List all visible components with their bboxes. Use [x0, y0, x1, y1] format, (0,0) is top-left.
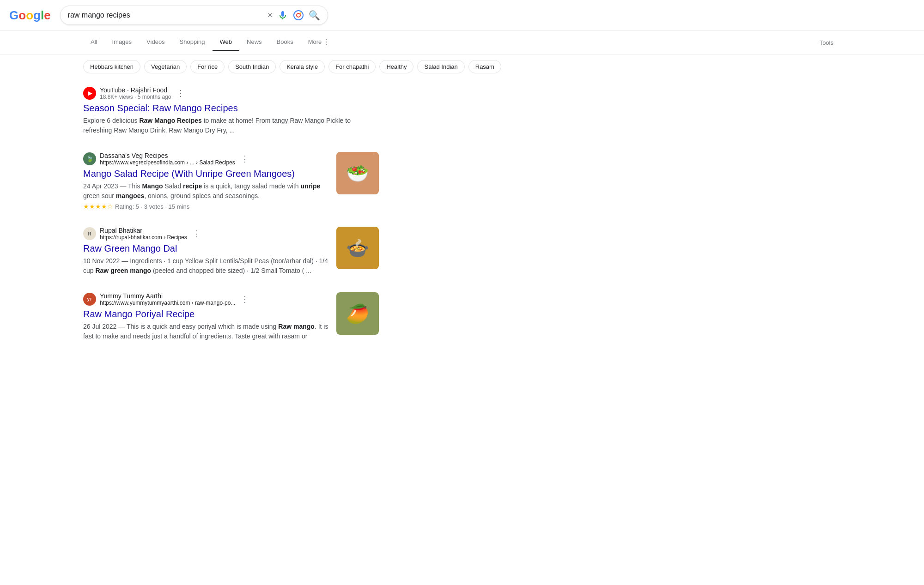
source-name: YouTube · Rajshri Food [100, 86, 171, 94]
result-item: R Rupal Bhatikar https://rupal-bhatikar.… [83, 223, 379, 276]
rating-details: Rating: 5 · 3 votes · 15 mins [115, 203, 189, 210]
result-text: R Rupal Bhatikar https://rupal-bhatikar.… [83, 227, 329, 276]
source-details: YouTube · Rajshri Food 18.8K+ views · 5 … [100, 86, 171, 100]
source-info: ▶ YouTube · Rajshri Food 18.8K+ views · … [83, 86, 379, 100]
source-info: yT Yummy Tummy Aarthi https://www.yummyt… [83, 292, 329, 306]
rupal-favicon: R [83, 227, 96, 240]
tab-news[interactable]: News [239, 34, 269, 51]
microphone-icon[interactable] [277, 10, 288, 21]
more-options-icon[interactable]: ⋮ [241, 294, 249, 304]
result-description: Explore 6 delicious Raw Mango Recipes to… [83, 116, 379, 135]
search-input[interactable] [68, 11, 263, 19]
result-description: 24 Apr 2023 — This Mango Salad recipe is… [83, 181, 329, 201]
tab-images[interactable]: Images [104, 34, 139, 51]
source-name: Rupal Bhatikar [100, 227, 187, 234]
result-item: ▶ YouTube · Rajshri Food 18.8K+ views · … [83, 83, 379, 135]
google-logo[interactable]: Google [9, 8, 51, 23]
more-options-icon[interactable]: ⋮ [176, 88, 185, 98]
chip-hebbars-kitchen[interactable]: Hebbars kitchen [83, 60, 140, 73]
search-bar[interactable]: × 🔍 [60, 6, 328, 25]
google-lens-icon[interactable] [293, 10, 304, 21]
result-title[interactable]: Raw Green Mango Dal [83, 242, 329, 254]
source-info: R Rupal Bhatikar https://rupal-bhatikar.… [83, 227, 329, 241]
result-thumbnail[interactable]: 🥗 [336, 152, 379, 194]
chip-vegetarian[interactable]: Vegetarian [144, 60, 187, 73]
dassana-favicon: 🍃 [83, 152, 96, 165]
source-name: Dassana's Veg Recipes [100, 152, 235, 159]
more-options-icon[interactable]: ⋮ [241, 154, 249, 164]
svg-point-1 [297, 13, 300, 17]
chip-rasam[interactable]: Rasam [468, 60, 501, 73]
source-meta: 18.8K+ views · 5 months ago [100, 94, 171, 100]
result-title[interactable]: Season Special: Raw Mango Recipes [83, 102, 379, 114]
rating: ★★★★☆ Rating: 5 · 3 votes · 15 mins [83, 203, 329, 210]
result-title[interactable]: Raw Mango Poriyal Recipe [83, 308, 329, 320]
svg-point-0 [294, 11, 303, 20]
source-url: https://rupal-bhatikar.com › Recipes [100, 234, 187, 241]
result-with-image: yT Yummy Tummy Aarthi https://www.yummyt… [83, 292, 379, 341]
tab-all[interactable]: All [83, 34, 104, 51]
search-icon[interactable]: 🔍 [309, 10, 320, 21]
clear-icon[interactable]: × [267, 11, 273, 20]
chip-for-rice[interactable]: For rice [190, 60, 225, 73]
result-item: yT Yummy Tummy Aarthi https://www.yummyt… [83, 289, 379, 341]
tab-videos[interactable]: Videos [139, 34, 172, 51]
result-thumbnail[interactable]: 🍲 [336, 227, 379, 269]
result-text: yT Yummy Tummy Aarthi https://www.yummyt… [83, 292, 329, 341]
tools-button[interactable]: Tools [812, 35, 841, 51]
chip-south-indian[interactable]: South Indian [228, 60, 276, 73]
yummy-favicon: yT [83, 293, 96, 306]
svg-line-2 [300, 12, 301, 14]
tab-books[interactable]: Books [269, 34, 301, 51]
tab-web[interactable]: Web [213, 34, 240, 51]
tab-shopping[interactable]: Shopping [172, 34, 213, 51]
header: Google × 🔍 [0, 0, 924, 31]
result-description: 10 Nov 2022 — Ingredients · 1 cup Yellow… [83, 256, 329, 276]
chip-for-chapathi[interactable]: For chapathi [328, 60, 376, 73]
result-title[interactable]: Mango Salad Recipe (With Unripe Green Ma… [83, 168, 329, 180]
result-with-image: R Rupal Bhatikar https://rupal-bhatikar.… [83, 227, 379, 276]
youtube-favicon: ▶ [83, 87, 96, 100]
chip-salad-indian[interactable]: Salad Indian [417, 60, 464, 73]
result-item: 🍃 Dassana's Veg Recipes https://www.vegr… [83, 148, 379, 210]
source-url: https://www.vegrecipesofindia.com › ... … [100, 159, 235, 166]
more-options-icon[interactable]: ⋮ [193, 229, 201, 239]
star-icons: ★★★★☆ [83, 203, 113, 210]
source-info: 🍃 Dassana's Veg Recipes https://www.vegr… [83, 152, 329, 166]
source-details: Rupal Bhatikar https://rupal-bhatikar.co… [100, 227, 187, 241]
result-with-image: 🍃 Dassana's Veg Recipes https://www.vegr… [83, 152, 379, 210]
result-text: 🍃 Dassana's Veg Recipes https://www.vegr… [83, 152, 329, 210]
filter-chips: Hebbars kitchen Vegetarian For rice Sout… [0, 54, 924, 79]
search-results: ▶ YouTube · Rajshri Food 18.8K+ views · … [0, 79, 462, 358]
source-name: Yummy Tummy Aarthi [100, 292, 235, 300]
tab-more[interactable]: More ⋮ [301, 33, 338, 52]
source-url: https://www.yummytummyaarthi.com › raw-m… [100, 300, 235, 306]
chip-kerala-style[interactable]: Kerala style [280, 60, 325, 73]
source-details: Yummy Tummy Aarthi https://www.yummytumm… [100, 292, 235, 306]
chip-healthy[interactable]: Healthy [379, 60, 413, 73]
result-thumbnail[interactable]: 🥭 [336, 292, 379, 335]
result-description: 26 Jul 2022 — This is a quick and easy p… [83, 322, 329, 341]
source-details: Dassana's Veg Recipes https://www.vegrec… [100, 152, 235, 166]
nav-tabs: All Images Videos Shopping Web News Book… [0, 31, 924, 54]
